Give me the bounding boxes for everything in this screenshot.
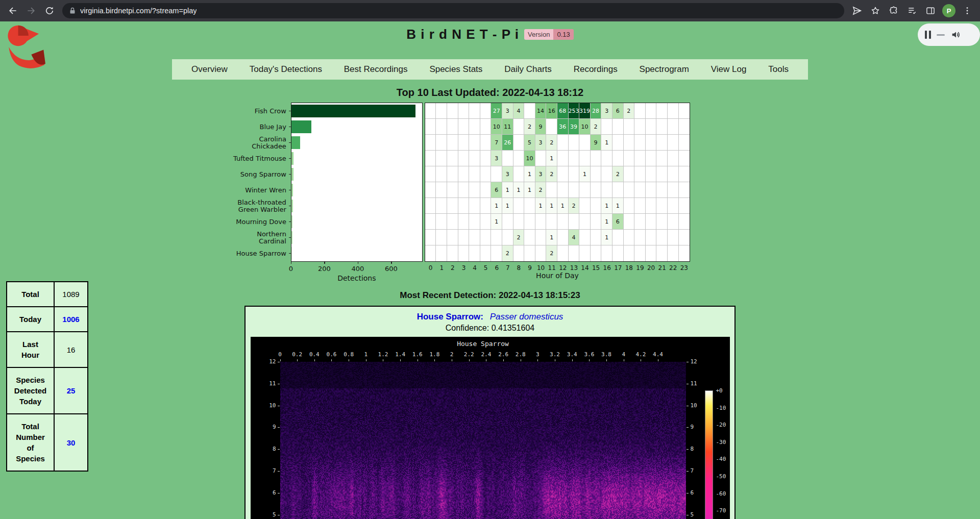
nav-item-recordings[interactable]: Recordings bbox=[574, 64, 618, 75]
heatmap-cell: 1 bbox=[601, 198, 612, 214]
profile-button[interactable]: P bbox=[940, 2, 958, 19]
reload-icon bbox=[44, 6, 55, 16]
heatmap-cell bbox=[646, 103, 657, 119]
heatmap-cell bbox=[480, 182, 492, 198]
heatmap-cell bbox=[569, 135, 580, 151]
freq-tick-label: 5 bbox=[259, 511, 276, 518]
heatmap-cell: 68 bbox=[557, 103, 569, 119]
heatmap-cell bbox=[646, 182, 657, 198]
heatmap-cell: 9 bbox=[535, 119, 547, 135]
heatmap-cell: 1 bbox=[491, 214, 502, 230]
stat-value[interactable]: 1006 bbox=[54, 307, 88, 332]
heatmap-cell: 16 bbox=[546, 103, 557, 119]
forward-button[interactable] bbox=[22, 2, 40, 19]
hour-tick-label: 14 bbox=[579, 264, 591, 271]
heatmap-cell bbox=[601, 245, 612, 261]
volume-icon[interactable] bbox=[950, 29, 962, 40]
bar-row bbox=[291, 119, 422, 135]
heatmap-cell bbox=[668, 214, 679, 230]
freq-tick-label: 7 bbox=[259, 467, 276, 474]
detection-count-bar bbox=[291, 105, 415, 117]
heatmap-cell: 1 bbox=[535, 198, 547, 214]
send-to-device-button[interactable] bbox=[848, 2, 866, 19]
heatmap-cell bbox=[425, 245, 436, 261]
bar-axis-tick-label: 400 bbox=[351, 265, 364, 273]
heatmap-cell bbox=[668, 135, 679, 151]
time-tick-label: 1.2 bbox=[378, 351, 388, 358]
heatmap-cell bbox=[425, 119, 436, 135]
heatmap-cell bbox=[513, 214, 525, 230]
hour-tick-label: 5 bbox=[480, 264, 492, 271]
heatmap-cell bbox=[579, 214, 591, 230]
freq-tick-label: 7 bbox=[691, 467, 694, 474]
heatmap-cell bbox=[557, 214, 569, 230]
extensions-button[interactable] bbox=[885, 2, 902, 19]
heatmap-cell bbox=[436, 151, 447, 166]
colorbar-tick-label: +0 bbox=[716, 387, 723, 394]
address-bar[interactable]: virginia.birdnetpi.com/?stream=play bbox=[62, 3, 844, 18]
browser-menu-button[interactable] bbox=[959, 2, 976, 19]
heatmap-cell: 2 bbox=[524, 119, 535, 135]
heatmap-cell bbox=[612, 119, 624, 135]
nav-item-daily-charts[interactable]: Daily Charts bbox=[504, 64, 552, 75]
nav-item-spectrogram[interactable]: Spectrogram bbox=[640, 64, 689, 75]
heatmap-cell bbox=[569, 151, 580, 166]
species-common-name[interactable]: House Sparrow: bbox=[417, 312, 483, 322]
pause-button[interactable] bbox=[925, 31, 931, 39]
stats-row: Total1089 bbox=[7, 282, 88, 307]
chart-species-labels: Fish CrowBlue JayCarolina ChickadeeTufte… bbox=[225, 103, 291, 261]
heatmap-cell bbox=[480, 198, 492, 214]
heatmap-cell bbox=[591, 245, 602, 261]
masthead: B i r d N E T - P i Version 0.13 bbox=[0, 21, 980, 42]
nav-item-overview[interactable]: Overview bbox=[191, 64, 228, 75]
nav-item-best-recordings[interactable]: Best Recordings bbox=[344, 64, 408, 75]
heatmap-cell bbox=[480, 103, 492, 119]
time-tick-mark bbox=[572, 359, 573, 361]
heatmap-cell bbox=[535, 214, 547, 230]
heatmap-cell bbox=[579, 245, 591, 261]
heatmap-cell: 1 bbox=[524, 166, 535, 182]
bar-chart-wrap: 0200400600 Detections bbox=[291, 103, 423, 282]
heatmap-cell bbox=[679, 151, 690, 166]
stats-row: Today1006 bbox=[7, 307, 88, 332]
heatmap-cell bbox=[436, 214, 447, 230]
heatmap-cell bbox=[656, 230, 668, 245]
nav-item-today-s-detections[interactable]: Today's Detections bbox=[250, 64, 322, 75]
time-tick-label: 3.2 bbox=[550, 351, 560, 358]
nav-item-view-log[interactable]: View Log bbox=[711, 64, 747, 75]
heatmap-cell bbox=[469, 151, 480, 166]
heatmap-cell bbox=[425, 230, 436, 245]
heatmap-cell bbox=[557, 151, 569, 166]
nav-item-tools[interactable]: Tools bbox=[768, 64, 789, 75]
heatmap-cell bbox=[458, 151, 470, 166]
reading-list-button[interactable] bbox=[903, 2, 921, 19]
heatmap-cell bbox=[646, 230, 657, 245]
heatmap-cell: 3 bbox=[535, 135, 547, 151]
seek-bar[interactable] bbox=[937, 34, 945, 36]
stat-value[interactable]: 30 bbox=[54, 414, 88, 471]
freq-tick-label: 11 bbox=[259, 380, 276, 387]
spectrogram: House Sparrow 00.20.40.60.811.21.41.61.8… bbox=[251, 337, 730, 519]
time-tick-label: 3.6 bbox=[584, 351, 594, 358]
nav-item-species-stats[interactable]: Species Stats bbox=[429, 64, 482, 75]
reload-button[interactable] bbox=[41, 2, 58, 19]
hour-tick-label: 13 bbox=[569, 264, 580, 271]
bar-row bbox=[291, 135, 422, 151]
stats-row: Total Number of Species30 bbox=[7, 414, 88, 471]
time-tick-label: 2.6 bbox=[498, 351, 508, 358]
time-tick-mark bbox=[331, 359, 332, 361]
hour-tick-label: 2 bbox=[447, 264, 458, 271]
heatmap-cell bbox=[436, 230, 447, 245]
audio-player[interactable] bbox=[918, 23, 980, 46]
detection-count-bar bbox=[291, 200, 293, 212]
heatmap-cell bbox=[513, 135, 525, 151]
back-button[interactable] bbox=[4, 2, 21, 19]
freq-tick-label: 10 bbox=[259, 402, 276, 409]
heatmap-cell bbox=[646, 245, 657, 261]
heatmap-cell: 4 bbox=[513, 103, 525, 119]
heatmap-cell: 5 bbox=[524, 135, 535, 151]
side-panel-button[interactable] bbox=[922, 2, 939, 19]
heatmap-cell bbox=[469, 182, 480, 198]
bookmark-button[interactable] bbox=[867, 2, 884, 19]
stat-value[interactable]: 25 bbox=[54, 367, 88, 414]
